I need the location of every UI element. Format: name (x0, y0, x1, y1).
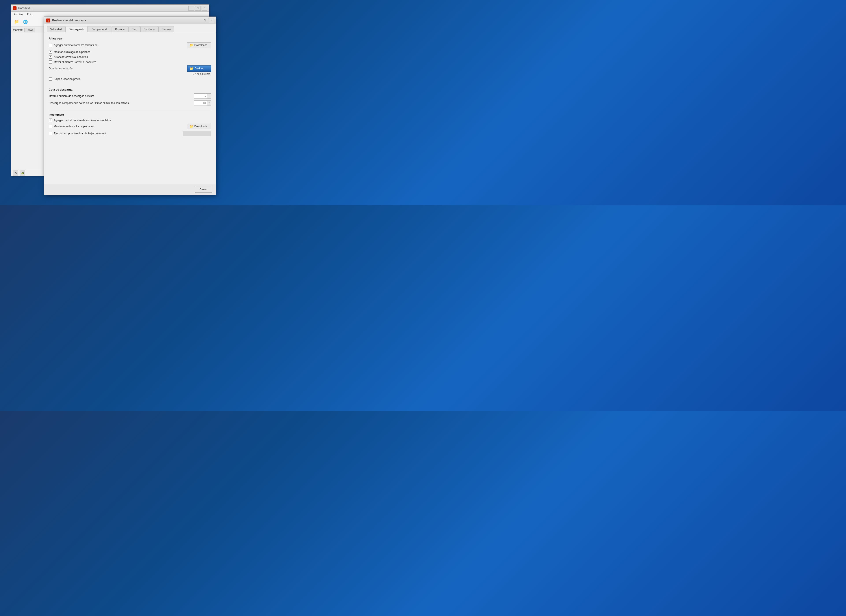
show-dialog-checkbox[interactable] (49, 50, 52, 53)
tab-escritorio[interactable]: Escritorio (140, 26, 158, 32)
toolbar-folder-icon[interactable]: 📁 (13, 18, 20, 25)
dialog-content: Al agregar Agregar automáticamente torre… (44, 32, 216, 144)
cola-descarga-title: Cola de descarga (49, 88, 211, 91)
al-agregar-section: Al agregar Agregar automáticamente torre… (49, 37, 211, 81)
tab-remoto[interactable]: Remoto (159, 26, 174, 32)
bg-titlebar: T Transmiss... ─ □ ✕ (11, 4, 209, 12)
tab-privacia[interactable]: Privacia (112, 26, 128, 32)
save-previous-row: Bajar a locación previa (49, 77, 211, 81)
filter-all-button[interactable]: Todos (25, 28, 35, 32)
active-minutes-down[interactable]: ▼ (207, 103, 211, 106)
run-script-label: Ejecutar script al terminar de bajar un … (54, 132, 107, 135)
save-location-label: Guardar en locación: (49, 67, 187, 70)
preferences-dialog: T Preferencias del programa ? × Velocida… (44, 16, 216, 195)
save-location-button[interactable]: 📁 Desktop (187, 65, 211, 72)
filter-label: Mostrar: (13, 28, 23, 31)
transmission-icon: T (13, 6, 16, 10)
max-downloads-row: Máximo número de descargas activas: ▲ ▼ (49, 93, 211, 99)
start-torrents-label: Arrancar torrents al añadirlos (54, 56, 88, 59)
svg-text:T: T (14, 7, 15, 9)
show-dialog-row: Mostrar el dialogo de Opciones (49, 50, 211, 53)
bg-maximize-button[interactable]: □ (195, 6, 201, 10)
move-torrent-row: Mover el archivo .torrent al basurero (49, 60, 211, 64)
folder-icon-2: 📁 (190, 67, 194, 70)
incompleto-section: Incompleto Agregar .part al nombre de ar… (49, 113, 211, 136)
dialog-close-button[interactable]: × (208, 18, 214, 23)
start-torrents-row: Arrancar torrents al añadirlos (49, 55, 211, 59)
script-input[interactable] (183, 131, 211, 136)
tab-descargando[interactable]: Descargando (65, 26, 88, 32)
turtle-icon[interactable]: 🐢 (20, 171, 25, 176)
tab-compartiendo[interactable]: Compartiendo (88, 26, 111, 32)
active-minutes-spinbox: ▲ ▼ (194, 100, 211, 106)
keep-incomplete-button[interactable]: 📁 Downloads (187, 123, 211, 129)
max-downloads-label: Máximo número de descargas activas: (49, 94, 194, 98)
menu-archivo[interactable]: Archivo (13, 12, 24, 16)
dialog-title-icon: T (46, 18, 50, 23)
move-torrent-checkbox[interactable] (49, 60, 52, 64)
auto-add-label: Agregar automáticamente torrents de: (54, 44, 98, 47)
menu-edi[interactable]: Edi... (26, 12, 34, 16)
auto-add-folder-button[interactable]: 📁 Downloads (187, 42, 211, 48)
max-downloads-arrows: ▲ ▼ (207, 93, 211, 99)
keep-incomplete-row: Mantener archivos incompletos en: 📁 Down… (49, 123, 211, 129)
max-downloads-up[interactable]: ▲ (207, 94, 211, 96)
tab-bar: Velocidad Descargando Compartiendo Priva… (44, 24, 216, 32)
auto-add-row: Agregar automáticamente torrents de: 📁 D… (49, 42, 211, 48)
bg-window-title: Transmiss... (18, 7, 188, 10)
free-space-label: 27.76 GiB libre (49, 72, 211, 76)
active-minutes-up[interactable]: ▲ (207, 101, 211, 103)
run-script-checkbox[interactable] (49, 132, 52, 135)
max-downloads-input[interactable] (194, 93, 207, 99)
toolbar-web-icon[interactable]: 🌐 (22, 18, 29, 25)
cola-descarga-section: Cola de descarga Máximo número de descar… (49, 88, 211, 106)
tab-velocidad[interactable]: Velocidad (47, 26, 65, 32)
bg-menubar: Archivo Edi... (11, 12, 209, 17)
run-script-row: Ejecutar script al terminar de bajar un … (49, 131, 211, 136)
keep-incomplete-label: Mantener archivos incompletos en: (54, 125, 95, 128)
show-dialog-label: Mostrar el dialogo de Opciones (54, 50, 90, 53)
bg-close-button[interactable]: ✕ (201, 6, 207, 10)
divider-1 (49, 85, 211, 85)
active-minutes-row: Descargas compartiendo datos en los últi… (49, 100, 211, 106)
divider-2 (49, 110, 211, 110)
save-previous-label: Bajar a locación previa (54, 78, 81, 81)
keep-incomplete-checkbox-row: Mantener archivos incompletos en: (49, 125, 185, 128)
dialog-footer: Cerrar (44, 184, 216, 195)
auto-add-checkbox-row: Agregar automáticamente torrents de: (49, 44, 185, 47)
move-torrent-label: Mover el archivo .torrent al basurero (54, 60, 96, 64)
auto-add-checkbox[interactable] (49, 44, 52, 47)
cerrar-button[interactable]: Cerrar (195, 186, 212, 193)
add-part-checkbox[interactable] (49, 119, 52, 122)
bg-win-controls: ─ □ ✕ (188, 6, 207, 10)
dialog-title: Preferencias del programa (52, 19, 203, 22)
folder-icon-1: 📁 (189, 43, 193, 47)
settings-icon[interactable]: ⚙ (13, 171, 18, 176)
svg-text:T: T (47, 19, 49, 22)
active-minutes-input[interactable] (194, 100, 207, 106)
active-minutes-arrows: ▲ ▼ (207, 100, 211, 106)
add-part-row: Agregar .part al nombre de archivos inco… (49, 119, 211, 122)
keep-incomplete-checkbox[interactable] (49, 125, 52, 128)
start-torrents-checkbox[interactable] (49, 55, 52, 59)
dialog-titlebar: T Preferencias del programa ? × (44, 17, 216, 24)
bg-minimize-button[interactable]: ─ (188, 6, 194, 10)
incompleto-title: Incompleto (49, 113, 211, 116)
max-downloads-spinbox: ▲ ▼ (194, 93, 211, 99)
save-location-row: Guardar en locación: 📁 Desktop (49, 65, 211, 72)
tab-red[interactable]: Red (128, 26, 140, 32)
help-button[interactable]: ? (203, 18, 207, 23)
al-agregar-title: Al agregar (49, 37, 211, 40)
active-minutes-label: Descargas compartiendo datos en los últi… (49, 101, 194, 104)
save-previous-checkbox[interactable] (49, 77, 52, 81)
run-script-checkbox-row: Ejecutar script al terminar de bajar un … (49, 132, 181, 135)
max-downloads-down[interactable]: ▼ (207, 96, 211, 99)
folder-icon-3: 📁 (189, 125, 193, 128)
add-part-label: Agregar .part al nombre de archivos inco… (54, 119, 111, 122)
